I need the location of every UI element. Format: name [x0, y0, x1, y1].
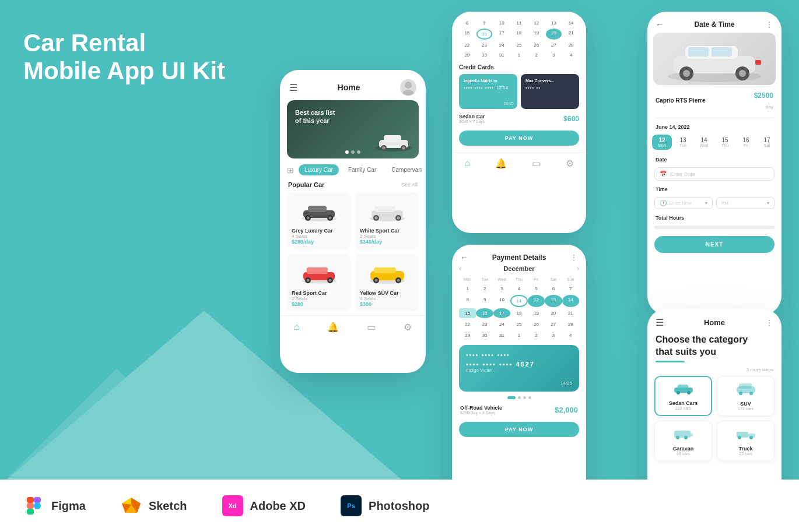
- total-hours-label: Total Hours: [647, 212, 782, 223]
- nav-settings-icon[interactable]: ⚙: [404, 322, 412, 333]
- pd-calendar: ‹ December › Mon Tue Wed Thu Fri Sat Sun…: [452, 265, 586, 340]
- week-calendar: 12 Mon 13 Tue 14 Wed 15 Thu 16 Fri 17 Sa…: [647, 132, 782, 152]
- back-icon[interactable]: ←: [656, 20, 664, 29]
- rb-cat-count-caravan: 46 cars: [660, 452, 707, 456]
- tab-campervan[interactable]: Campervan: [386, 164, 426, 175]
- next-btn[interactable]: NEXT: [654, 236, 775, 253]
- dt-title: Date & Time: [694, 20, 734, 29]
- tab-luxury-car[interactable]: Luxury Car: [299, 164, 339, 175]
- adobexd-icon: Xd: [222, 495, 243, 516]
- nav-home-icon[interactable]: ⌂: [294, 322, 300, 333]
- car-img-1: [292, 196, 346, 226]
- phone-main: ☰ Home Best cars list of this year ⊞ L: [280, 70, 426, 373]
- avatar[interactable]: [400, 79, 416, 96]
- svg-point-17: [328, 216, 331, 219]
- cal-cell: 2: [528, 51, 545, 59]
- hero-text-block: Car Rental Mobile App UI Kit: [23, 29, 225, 86]
- tab-family-car[interactable]: Family Car: [342, 164, 382, 175]
- svg-point-52: [687, 391, 691, 394]
- photoshop-icon: Ps: [341, 495, 362, 516]
- pd-credit-card[interactable]: •••• •••• •••• •••• •••• •••• 4827 Indig…: [459, 345, 579, 392]
- pd-header: ← Payment Details ⋮: [452, 245, 586, 265]
- svg-marker-72: [122, 498, 131, 505]
- svg-rect-42: [688, 47, 709, 57]
- pd-vehicle-price: $2,000: [555, 406, 578, 414]
- pd-pay-btn[interactable]: PAY NOW: [459, 422, 579, 437]
- rb-cat-caravan[interactable]: Caravan 46 cars: [654, 421, 712, 461]
- cal-cell: 28: [563, 41, 579, 50]
- cal-day-15[interactable]: 15 Thu: [715, 135, 735, 150]
- rb-cat-grid: Sedan Cars 210 cars SUV 172 cars Caravan…: [647, 376, 782, 461]
- card-number-2: •••• ••: [525, 85, 574, 90]
- cal-cell: 11: [511, 19, 527, 27]
- rb-menu-icon[interactable]: ☰: [656, 317, 664, 328]
- cal-cell: 15: [459, 29, 475, 40]
- rb-cat-count-sedan: 210 cars: [660, 406, 706, 410]
- car-card-4[interactable]: Yellow SUV Car 4 Seats $380: [355, 254, 419, 312]
- rb-cat-suv[interactable]: SUV 172 cars: [717, 376, 775, 416]
- rb-cat-truck[interactable]: Truck 23 cars: [717, 421, 775, 461]
- divider: [656, 118, 773, 118]
- payment-sub: $630 × 7 days: [459, 119, 485, 124]
- cal-day-14[interactable]: 14 Wed: [694, 135, 714, 150]
- credit-cards-row: Ingredia Nutrisha •••• •••• •••• 1234 04…: [459, 74, 579, 109]
- car-card-2[interactable]: White Sport Car 2 Seats $340/day: [355, 192, 419, 249]
- ampm-select[interactable]: PM ▾: [716, 197, 775, 209]
- pd-title: Payment Details: [492, 253, 546, 262]
- cal-cell: 22: [459, 41, 475, 50]
- cal-cell-20[interactable]: 20: [546, 29, 562, 40]
- car-card-3[interactable]: Red Sport Car 2 Seats $280: [287, 254, 351, 312]
- dt-more-icon[interactable]: ⋮: [765, 20, 773, 29]
- cal-day-16[interactable]: 16 Fri: [736, 135, 756, 150]
- nav-bell-icon-2[interactable]: 🔔: [495, 158, 507, 169]
- svg-rect-13: [308, 206, 327, 212]
- cal-next-icon[interactable]: ›: [577, 265, 579, 273]
- grid-icon[interactable]: ⊞: [287, 165, 294, 175]
- cal-cell: 3: [546, 51, 562, 59]
- cal-day-13[interactable]: 13 Tue: [673, 135, 693, 150]
- nav-bell-icon[interactable]: 🔔: [327, 322, 339, 333]
- date-input-row[interactable]: 📅 Enter Date: [654, 167, 775, 181]
- cal-cell: 24: [493, 41, 510, 50]
- time-placeholder: Enter Time: [669, 200, 703, 206]
- car-name-4: Yellow SUV Car: [360, 290, 414, 296]
- card-teal[interactable]: Ingredia Nutrisha •••• •••• •••• 1234 04…: [459, 74, 517, 109]
- cal-day-17[interactable]: 17 Sat: [757, 135, 777, 150]
- pd-more-icon[interactable]: ⋮: [570, 253, 578, 262]
- pd-cal-row-3: 15 16 17 18 19 20 21: [459, 308, 579, 318]
- time-select[interactable]: 🕐 Enter Time ▾: [654, 197, 713, 209]
- pay-now-btn-top[interactable]: PAY NOW: [459, 131, 579, 146]
- hamburger-icon[interactable]: ☰: [289, 82, 297, 93]
- nav-settings-icon-2[interactable]: ⚙: [566, 158, 574, 169]
- nav-card-icon-2[interactable]: ▭: [532, 158, 541, 169]
- card-number-1: •••• •••• •••• 1234: [464, 85, 513, 90]
- car-name-3: Red Sport Car: [292, 290, 346, 296]
- rb-more-icon[interactable]: ⋮: [765, 318, 773, 327]
- cal-day-12[interactable]: 12 Mon: [652, 135, 672, 150]
- phone-mid-bot: ← Payment Details ⋮ ‹ December › Mon Tue…: [452, 245, 586, 519]
- cal-cell: 12: [528, 19, 545, 27]
- see-all-link[interactable]: See All: [401, 182, 418, 188]
- card-dark[interactable]: Max Convers... •••• ••: [521, 74, 579, 109]
- rb-heading: Choose the category that suits you: [647, 330, 782, 361]
- nav-card-icon[interactable]: ▭: [367, 322, 376, 333]
- nav-home-icon-2[interactable]: ⌂: [464, 158, 470, 169]
- payment-info: Sedan Car $630 × 7 days: [459, 114, 485, 124]
- svg-rect-50: [678, 385, 688, 389]
- cal-prev-icon[interactable]: ‹: [459, 265, 461, 273]
- pd-back-icon[interactable]: ←: [460, 253, 468, 262]
- cal-cell: 19: [528, 29, 545, 40]
- rb-cat-sedan[interactable]: Sedan Cars 210 cars: [654, 376, 712, 416]
- car-hero-img: [653, 33, 776, 85]
- pd-card-dots: •••• •••• ••••: [466, 352, 572, 358]
- car-card-1[interactable]: Grey Luxury Car 4 Seats $280/day: [287, 192, 351, 249]
- date-section-label: June 14, 2022: [647, 121, 782, 132]
- cal-cell-16[interactable]: 16: [476, 29, 493, 40]
- day-tue: Tue: [476, 276, 493, 283]
- svg-rect-65: [27, 497, 34, 503]
- pd-dot-2: [518, 396, 521, 399]
- date-placeholder: Enter Date: [670, 171, 695, 177]
- pd-vehicle-sub: $250/Day × 8 Days: [460, 411, 502, 415]
- pd-card-label: Indigo Violet: [466, 368, 572, 373]
- figma-tool: Figma: [23, 495, 86, 516]
